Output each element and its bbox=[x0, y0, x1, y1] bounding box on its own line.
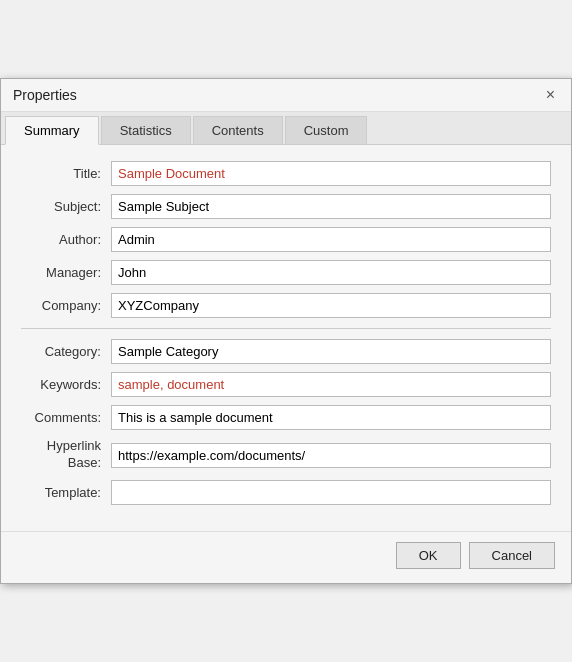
template-input[interactable] bbox=[111, 480, 551, 505]
company-label: Company: bbox=[21, 298, 111, 313]
subject-label: Subject: bbox=[21, 199, 111, 214]
tab-bar: Summary Statistics Contents Custom bbox=[1, 112, 571, 145]
company-row: Company: bbox=[21, 293, 551, 318]
dialog-footer: OK Cancel bbox=[1, 531, 571, 583]
company-input[interactable] bbox=[111, 293, 551, 318]
keywords-label: Keywords: bbox=[21, 377, 111, 392]
dialog-title: Properties bbox=[13, 87, 77, 103]
keywords-row: Keywords: bbox=[21, 372, 551, 397]
category-label: Category: bbox=[21, 344, 111, 359]
hyperlink-input[interactable] bbox=[111, 443, 551, 468]
section-divider bbox=[21, 328, 551, 329]
template-label: Template: bbox=[21, 485, 111, 500]
manager-label: Manager: bbox=[21, 265, 111, 280]
category-input[interactable] bbox=[111, 339, 551, 364]
tab-statistics[interactable]: Statistics bbox=[101, 116, 191, 144]
comments-input[interactable] bbox=[111, 405, 551, 430]
template-row: Template: bbox=[21, 480, 551, 505]
keywords-input[interactable] bbox=[111, 372, 551, 397]
basic-info-section: Title: Subject: Author: Manager: Company… bbox=[21, 161, 551, 318]
hyperlink-row: Hyperlink Base: bbox=[21, 438, 551, 472]
manager-row: Manager: bbox=[21, 260, 551, 285]
comments-row: Comments: bbox=[21, 405, 551, 430]
comments-label: Comments: bbox=[21, 410, 111, 425]
author-row: Author: bbox=[21, 227, 551, 252]
tab-summary[interactable]: Summary bbox=[5, 116, 99, 145]
manager-input[interactable] bbox=[111, 260, 551, 285]
tab-contents[interactable]: Contents bbox=[193, 116, 283, 144]
meta-section: Category: Keywords: Comments: Hyperlink … bbox=[21, 339, 551, 505]
form-content: Title: Subject: Author: Manager: Company… bbox=[1, 145, 571, 531]
subject-row: Subject: bbox=[21, 194, 551, 219]
ok-button[interactable]: OK bbox=[396, 542, 461, 569]
cancel-button[interactable]: Cancel bbox=[469, 542, 555, 569]
author-label: Author: bbox=[21, 232, 111, 247]
tab-custom[interactable]: Custom bbox=[285, 116, 368, 144]
category-row: Category: bbox=[21, 339, 551, 364]
title-input[interactable] bbox=[111, 161, 551, 186]
close-button[interactable]: × bbox=[542, 87, 559, 103]
subject-input[interactable] bbox=[111, 194, 551, 219]
author-input[interactable] bbox=[111, 227, 551, 252]
properties-dialog: Properties × Summary Statistics Contents… bbox=[0, 78, 572, 584]
hyperlink-label: Hyperlink Base: bbox=[21, 438, 111, 472]
title-bar: Properties × bbox=[1, 79, 571, 112]
title-row: Title: bbox=[21, 161, 551, 186]
title-label: Title: bbox=[21, 166, 111, 181]
